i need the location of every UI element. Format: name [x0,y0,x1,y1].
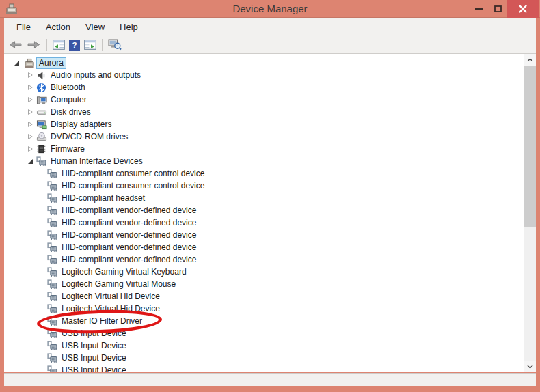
minimize-icon [475,8,483,10]
tree-item-label[interactable]: Computer [49,95,89,105]
tree-item[interactable]: HID-compliant vendor-defined device [4,241,524,253]
minimize-button[interactable] [469,0,488,18]
tree-item-label[interactable]: HID-compliant vendor-defined device [59,242,198,253]
tree-item[interactable]: USB Input Device [4,339,524,352]
tree-item-label[interactable]: Human Interface Devices [49,156,145,167]
tree-item[interactable]: Computer [4,94,524,106]
expander-collapsed-icon [27,133,33,140]
hid-device-icon [47,181,58,191]
toolbar: ? [4,36,536,54]
tree-item[interactable]: Master IO Filter Driver [4,315,524,327]
tree-item-label[interactable]: HID-compliant vendor-defined device [59,255,198,265]
dvd-drive-icon [36,132,47,142]
tree-item[interactable]: Logitech Virtual Hid Device [4,290,524,303]
vertical-scrollbar[interactable] [524,54,536,372]
hid-device-icon [36,156,47,167]
expander-collapsed-icon[interactable] [27,72,34,79]
tree-item-label[interactable]: HID-compliant vendor-defined device [59,230,198,240]
hid-device-icon [47,365,58,373]
tree-item[interactable]: USB Input Device [4,352,524,364]
statusbar-separator [478,375,478,384]
tree-item-label[interactable]: USB Input Device [59,328,129,339]
display-adapter-icon [36,120,47,130]
tree-panel: AuroraAudio inputs and outputsBluetoothC… [4,54,536,372]
tree-item[interactable]: DVD/CD-ROM drives [4,130,524,143]
tree-item-label[interactable]: Display adapters [49,120,113,130]
back-icon [8,40,23,50]
tree-item[interactable]: HID-compliant vendor-defined device [4,253,524,266]
tree-item-label[interactable]: Master IO Filter Driver [59,316,144,326]
tree-item-label[interactable]: HID-compliant consumer control device [59,181,206,191]
firmware-chip-icon [36,144,47,154]
expander-collapsed-icon[interactable] [27,133,34,140]
scrollbar-thumb[interactable] [524,66,536,227]
tree-item[interactable]: Logitech Gaming Virtual Keyboard [4,266,524,278]
tree-item-label[interactable]: USB Input Device [59,341,129,351]
tree-item[interactable]: Display adapters [4,118,524,130]
statusbar-separator [386,375,386,384]
tree-item[interactable]: HID-compliant consumer control device [4,167,524,180]
menu-view[interactable]: View [78,18,112,36]
tree-item-label[interactable]: Firmware [49,144,87,154]
tree-item[interactable]: HID-compliant vendor-defined device [4,229,524,241]
scroll-up-button[interactable] [524,54,536,66]
expander-expanded-icon[interactable] [27,158,34,165]
tree-item[interactable]: Logitech Gaming Virtual Mouse [4,278,524,290]
tree-item-label[interactable]: HID-compliant vendor-defined device [59,206,198,216]
tree-item-label[interactable]: Bluetooth [49,83,87,93]
menu-action[interactable]: Action [38,18,78,36]
tree-item-label[interactable]: HID-compliant consumer control device [59,169,206,179]
menu-file[interactable]: File [9,18,38,36]
tree-item-label[interactable]: Logitech Virtual Hid Device [59,304,162,314]
expander-collapsed-icon[interactable] [27,84,34,91]
tree-item-label[interactable]: Logitech Virtual Hid Device [59,292,162,302]
tree-item-label[interactable]: Aurora [36,57,66,69]
tree-item-label[interactable]: USB Input Device [59,353,129,363]
tree-item-label[interactable]: USB Input Device [59,365,129,373]
expander-collapsed-icon[interactable] [27,96,34,103]
menu-help[interactable]: Help [112,18,146,36]
device-manager-window: Device Manager File Action View Help ? [0,0,540,392]
tree-item[interactable]: USB Input Device [4,327,524,339]
show-action-pane-button[interactable] [84,38,96,53]
tree-item[interactable]: Aurora [4,57,524,69]
chevron-down-icon [527,365,533,369]
tree-item-label[interactable]: Audio inputs and outputs [49,70,143,81]
tree-item[interactable]: Human Interface Devices [4,155,524,167]
expander-collapsed-icon[interactable] [27,121,34,128]
tree-item-label[interactable]: DVD/CD-ROM drives [49,132,130,142]
tree-item[interactable]: HID-compliant vendor-defined device [4,204,524,216]
scan-hardware-changes-icon [108,39,122,51]
tree-item-label[interactable]: Disk drives [49,107,93,117]
tree-item[interactable]: Bluetooth [4,81,524,94]
back-button[interactable] [8,38,23,53]
forward-button[interactable] [27,38,41,53]
tree-item[interactable]: USB Input Device [4,364,524,372]
tree-item-label[interactable]: Logitech Gaming Virtual Mouse [59,279,178,290]
show-console-tree-button[interactable] [53,38,65,53]
help-button[interactable]: ? [69,38,80,53]
expander-expanded-icon[interactable] [14,59,21,66]
tree-item[interactable]: HID-compliant consumer control device [4,180,524,192]
forward-icon [27,40,41,50]
expander-collapsed-icon [27,121,33,128]
tree-item-label[interactable]: HID-compliant vendor-defined device [59,218,198,228]
statusbar [4,373,536,386]
expander-collapsed-icon[interactable] [27,109,34,115]
expander-collapsed-icon[interactable] [27,145,34,152]
tree-item[interactable]: Audio inputs and outputs [4,69,524,81]
tree-item[interactable]: Logitech Virtual Hid Device [4,303,524,315]
expander-collapsed-icon [27,72,33,79]
tree-item[interactable]: HID-compliant headset [4,192,524,204]
tree-item[interactable]: HID-compliant vendor-defined device [4,216,524,229]
titlebar[interactable]: Device Manager [0,0,540,18]
scan-hardware-changes-button[interactable] [108,38,122,53]
close-button[interactable] [507,0,539,18]
tree-item-label[interactable]: Logitech Gaming Virtual Keyboard [59,267,189,277]
hid-device-icon [47,304,58,314]
scroll-down-button[interactable] [524,361,536,372]
tree-item[interactable]: Disk drives [4,106,524,118]
maximize-button[interactable] [488,0,507,18]
tree-item-label[interactable]: HID-compliant headset [59,193,147,204]
tree-item[interactable]: Firmware [4,143,524,155]
